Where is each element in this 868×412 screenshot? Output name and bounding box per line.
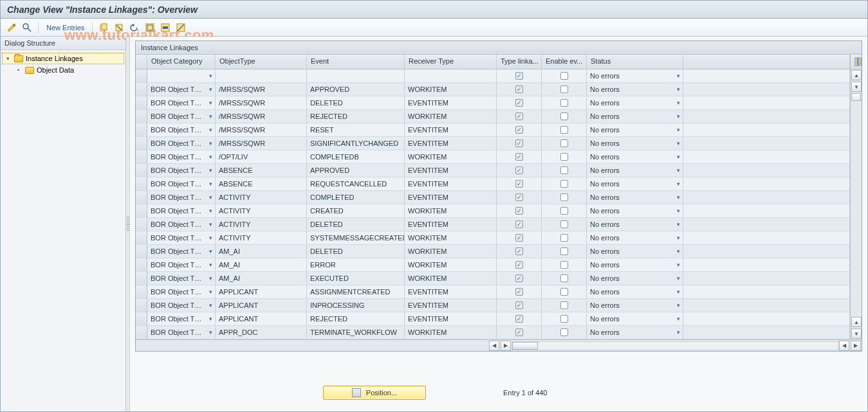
row-selector[interactable] xyxy=(136,312,147,325)
cell-object-type[interactable]: ABSENCE xyxy=(216,164,307,177)
row-selector[interactable] xyxy=(136,150,147,163)
cell-receiver-type[interactable]: WORKITEM xyxy=(405,231,497,244)
cell-enable-event[interactable] xyxy=(542,69,587,82)
cell-enable-event[interactable] xyxy=(542,258,587,271)
cell-enable-event[interactable] xyxy=(542,231,587,244)
cell-object-type[interactable]: APPLICANT xyxy=(216,285,307,298)
cell-type-linkage[interactable]: ✓ xyxy=(497,218,542,231)
cell-event[interactable]: DELETED xyxy=(307,218,405,231)
row-selector[interactable] xyxy=(136,272,147,285)
cell-status[interactable]: No errors xyxy=(587,204,683,217)
col-enable-event[interactable]: Enable ev... xyxy=(542,55,587,69)
cell-object-category[interactable]: BOR Object T… xyxy=(147,326,216,339)
cell-event[interactable]: ASSIGNMENTCREATED xyxy=(307,285,405,298)
cell-type-linkage[interactable]: ✓ xyxy=(497,83,542,96)
row-selector[interactable] xyxy=(136,110,147,123)
cell-object-category[interactable]: BOR Object T… xyxy=(147,204,216,217)
cell-type-linkage[interactable]: ✓ xyxy=(497,326,542,339)
row-selector[interactable] xyxy=(136,204,147,217)
scroll-track[interactable] xyxy=(851,102,862,316)
undo-change-icon[interactable] xyxy=(129,22,140,33)
cell-object-type[interactable]: APPLICANT xyxy=(216,299,307,312)
configure-columns-button[interactable] xyxy=(850,55,862,69)
col-status[interactable]: Status xyxy=(587,55,683,69)
cell-object-category[interactable]: BOR Object T… xyxy=(147,258,216,271)
cell-enable-event[interactable] xyxy=(542,191,587,204)
cell-receiver-type[interactable]: WORKITEM xyxy=(405,150,497,163)
cell-object-type[interactable]: AM_AI xyxy=(216,258,307,271)
cell-enable-event[interactable] xyxy=(542,123,587,136)
cell-object-type[interactable]: AM_AI xyxy=(216,245,307,258)
cell-object-category[interactable]: BOR Object T… xyxy=(147,312,216,325)
cell-enable-event[interactable] xyxy=(542,285,587,298)
cell-object-category[interactable]: BOR Object T… xyxy=(147,218,216,231)
cell-enable-event[interactable] xyxy=(542,164,587,177)
cell-type-linkage[interactable]: ✓ xyxy=(497,96,542,109)
scroll-thumb[interactable] xyxy=(851,93,861,101)
row-selector[interactable] xyxy=(136,245,147,258)
cell-object-type[interactable]: ACTIVITY xyxy=(216,231,307,244)
cell-type-linkage[interactable]: ✓ xyxy=(497,150,542,163)
vertical-scrollbar[interactable]: ▲ ▼ ▲ ▼ xyxy=(850,69,862,339)
cell-receiver-type[interactable]: EVENTITEM xyxy=(405,123,497,136)
cell-object-type[interactable]: /OPT/LIV xyxy=(216,150,307,163)
cell-type-linkage[interactable]: ✓ xyxy=(497,110,542,123)
cell-type-linkage[interactable]: ✓ xyxy=(497,177,542,190)
scroll-down-icon[interactable]: ▼ xyxy=(851,328,862,339)
find-icon[interactable] xyxy=(21,22,33,33)
cell-event[interactable]: DELETED xyxy=(307,96,405,109)
horizontal-scrollbar[interactable]: ◀ ▶ ◀ ▶ xyxy=(136,339,862,351)
cell-event[interactable] xyxy=(307,69,405,82)
row-selector[interactable] xyxy=(136,285,147,298)
cell-status[interactable]: No errors xyxy=(587,299,683,312)
cell-receiver-type[interactable]: EVENTITEM xyxy=(405,312,497,325)
cell-event[interactable]: APPROVED xyxy=(307,83,405,96)
cell-object-category[interactable]: BOR Object T… xyxy=(147,137,216,150)
cell-receiver-type[interactable]: WORKITEM xyxy=(405,258,497,271)
row-selector[interactable] xyxy=(136,123,147,136)
cell-status[interactable]: No errors xyxy=(587,177,683,190)
select-all-column[interactable] xyxy=(136,55,147,69)
row-selector[interactable] xyxy=(136,326,147,339)
row-selector[interactable] xyxy=(136,83,147,96)
cell-enable-event[interactable] xyxy=(542,110,587,123)
cell-object-type[interactable]: APPR_DOC xyxy=(216,326,307,339)
cell-event[interactable]: COMPLETEDB xyxy=(307,150,405,163)
cell-status[interactable]: No errors xyxy=(587,218,683,231)
cell-event[interactable]: TERMINATE_WORKFLOW xyxy=(307,326,405,339)
cell-object-category[interactable]: BOR Object T… xyxy=(147,191,216,204)
select-block-icon[interactable] xyxy=(160,22,171,33)
cell-receiver-type[interactable]: EVENTITEM xyxy=(405,299,497,312)
scroll-track[interactable] xyxy=(512,341,838,350)
cell-event[interactable]: REJECTED xyxy=(307,110,405,123)
col-receiver-type[interactable]: Receiver Type xyxy=(405,55,497,69)
cell-enable-event[interactable] xyxy=(542,83,587,96)
cell-status[interactable]: No errors xyxy=(587,245,683,258)
cell-status[interactable]: No errors xyxy=(587,96,683,109)
cell-object-type[interactable]: ABSENCE xyxy=(216,177,307,190)
cell-object-type[interactable]: /MRSS/SQWR xyxy=(216,96,307,109)
cell-type-linkage[interactable]: ✓ xyxy=(497,69,542,82)
cell-type-linkage[interactable]: ✓ xyxy=(497,312,542,325)
col-object-category[interactable]: Object Category xyxy=(147,55,216,69)
copy-as-icon[interactable] xyxy=(98,22,109,33)
cell-object-type[interactable]: ACTIVITY xyxy=(216,204,307,217)
row-selector[interactable] xyxy=(136,231,147,244)
cell-object-type[interactable]: ACTIVITY xyxy=(216,218,307,231)
cell-object-category[interactable]: BOR Object T… xyxy=(147,272,216,285)
cell-object-category[interactable]: BOR Object T… xyxy=(147,83,216,96)
deselect-all-icon[interactable] xyxy=(175,22,187,33)
cell-enable-event[interactable] xyxy=(542,326,587,339)
delete-icon[interactable] xyxy=(113,22,125,33)
cell-receiver-type[interactable]: EVENTITEM xyxy=(405,96,497,109)
expand-toggle-icon[interactable]: ▾ xyxy=(6,55,14,62)
cell-status[interactable]: No errors xyxy=(587,285,683,298)
cell-type-linkage[interactable]: ✓ xyxy=(497,299,542,312)
cell-enable-event[interactable] xyxy=(542,137,587,150)
cell-event[interactable]: REJECTED xyxy=(307,312,405,325)
cell-type-linkage[interactable]: ✓ xyxy=(497,272,542,285)
cell-object-type[interactable]: APPLICANT xyxy=(216,312,307,325)
row-selector[interactable] xyxy=(136,191,147,204)
cell-object-category[interactable]: BOR Object T… xyxy=(147,299,216,312)
cell-type-linkage[interactable]: ✓ xyxy=(497,245,542,258)
